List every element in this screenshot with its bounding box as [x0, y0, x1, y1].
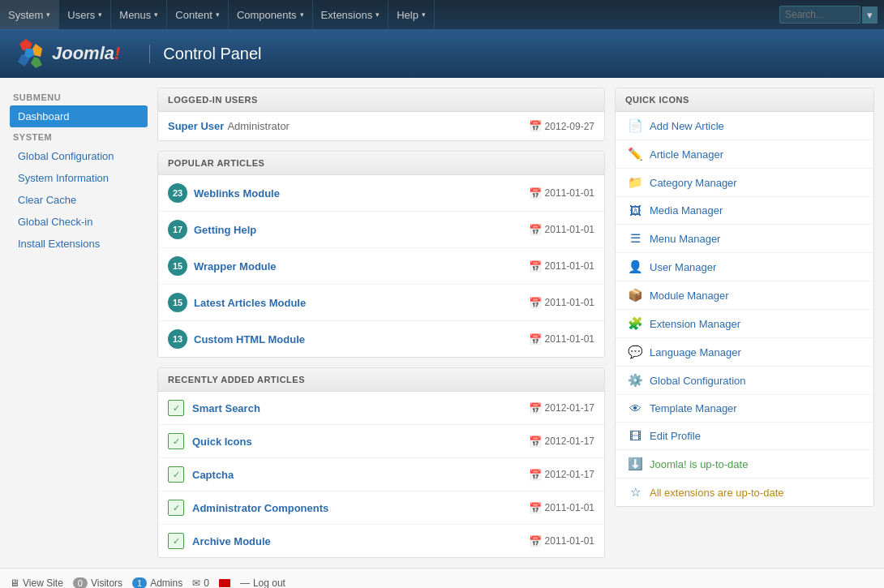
article-link[interactable]: Archive Module: [192, 535, 271, 547]
top-search-input[interactable]: [779, 6, 860, 24]
table-row: ✓ Captcha 📅 2012-01-17: [158, 458, 604, 491]
sidebar-item-clear-cache[interactable]: Clear Cache: [10, 189, 148, 211]
article-date: 📅 2012-01-17: [529, 469, 594, 481]
article-link[interactable]: Smart Search: [192, 402, 260, 414]
table-row: 15 Latest Articles Module 📅 2011-01-01: [158, 285, 604, 321]
qi-label: Module Manager: [650, 290, 729, 302]
nav-system-arrow: ▾: [46, 11, 50, 19]
sidebar-item-system-info[interactable]: System Information: [10, 167, 148, 189]
sidebar-item-global-checkin[interactable]: Global Check-in: [10, 211, 148, 233]
page-header: Joomla! Control Panel: [0, 29, 884, 78]
logo-text: Joomla!: [52, 43, 120, 64]
qi-user-manager[interactable]: 👤 User Manager: [616, 253, 873, 281]
doc-icon: 📄: [627, 118, 643, 133]
table-row: ✓ Administrator Components 📅 2011-01-01: [158, 491, 604, 525]
article-count-badge: 23: [168, 183, 187, 203]
nav-components[interactable]: Components ▾: [229, 0, 313, 29]
user-link[interactable]: Super User: [168, 120, 224, 132]
sidebar-item-dashboard[interactable]: Dashboard: [10, 105, 148, 127]
qi-label: All extensions are up-to-date: [650, 487, 783, 499]
top-search-button[interactable]: ▾: [862, 6, 878, 24]
qi-language-manager[interactable]: 💬 Language Manager: [616, 338, 873, 367]
qi-edit-profile[interactable]: 🎞 Edit Profile: [616, 423, 873, 450]
qi-global-configuration[interactable]: ⚙️ Global Configuration: [616, 367, 873, 395]
article-link[interactable]: Wrapper Module: [194, 260, 277, 273]
qi-add-new-article[interactable]: 📄 Add New Article: [616, 112, 873, 140]
article-link[interactable]: Latest Articles Module: [194, 297, 306, 309]
qi-label: Template Manager: [650, 402, 737, 414]
chat-icon: 💬: [627, 345, 643, 359]
check-icon: ✓: [168, 500, 184, 516]
article-date: 📅 2011-01-01: [529, 502, 594, 514]
puzzle-icon: 🧩: [627, 316, 643, 331]
sidebar: SUBMENU Dashboard SYSTEM Global Configur…: [10, 88, 148, 558]
flag-item: [219, 579, 230, 587]
nav-menus[interactable]: Menus ▾: [111, 0, 167, 29]
article-link[interactable]: Weblinks Module: [194, 187, 280, 200]
article-date: 📅 2011-01-01: [529, 333, 594, 346]
logged-in-users-panel: LOGGED-IN USERS Super User Administrator…: [157, 88, 605, 141]
nav-content[interactable]: Content ▾: [167, 0, 229, 29]
admin-count-badge: 1: [132, 577, 147, 589]
qi-label: Extension Manager: [650, 318, 740, 330]
main-container: SUBMENU Dashboard SYSTEM Global Configur…: [0, 78, 884, 568]
calendar-icon: 📅: [529, 333, 542, 346]
article-link[interactable]: Quick Icons: [192, 436, 252, 448]
recently-added-panel: RECENTLY ADDED ARTICLES ✓ Smart Search 📅…: [157, 367, 605, 558]
envelope-icon: ✉: [192, 577, 200, 589]
visitors-item: 0 Visitors: [73, 577, 122, 589]
table-row: 13 Custom HTML Module 📅 2011-01-01: [158, 321, 604, 357]
article-link[interactable]: Custom HTML Module: [194, 333, 305, 346]
qi-article-manager[interactable]: ✏️ Article Manager: [616, 140, 873, 169]
calendar-icon: 📅: [529, 120, 542, 132]
check-icon: ✓: [168, 400, 184, 416]
admins-item: 1 Admins: [132, 577, 182, 589]
article-link[interactable]: Getting Help: [194, 224, 256, 236]
qi-module-manager[interactable]: 📦 Module Manager: [616, 281, 873, 310]
check-icon: ✓: [168, 533, 184, 549]
calendar-icon: 📅: [529, 187, 542, 200]
joomla-logo-icon: [13, 37, 45, 70]
qi-extensions-update[interactable]: ☆ All extensions are up-to-date: [616, 479, 873, 506]
check-icon: ✓: [168, 466, 184, 483]
view-site-item: 🖥 View Site: [10, 577, 63, 589]
top-navigation: System ▾ Users ▾ Menus ▾ Content ▾ Compo…: [0, 0, 884, 29]
logo: Joomla!: [13, 37, 120, 70]
page-title: Control Panel: [149, 45, 261, 63]
article-link[interactable]: Captcha: [192, 469, 234, 481]
qi-joomla-update[interactable]: ⬇️ Joomla! is up-to-date: [616, 450, 873, 479]
star-icon: ☆: [627, 485, 643, 500]
table-row: Super User Administrator 📅 2012-09-27: [158, 112, 604, 140]
nav-menus-arrow: ▾: [154, 11, 158, 19]
article-link[interactable]: Administrator Components: [192, 502, 328, 514]
nav-content-arrow: ▾: [216, 11, 220, 19]
table-row: 15 Wrapper Module 📅 2011-01-01: [158, 248, 604, 285]
view-site-link[interactable]: View Site: [23, 577, 63, 589]
nav-users[interactable]: Users ▾: [59, 0, 111, 29]
nav-help-arrow: ▾: [422, 11, 426, 19]
download-icon: ⬇️: [627, 457, 643, 471]
article-date: 📅 2012-01-17: [529, 402, 594, 414]
sidebar-item-global-config[interactable]: Global Configuration: [10, 145, 148, 167]
nav-system[interactable]: System ▾: [0, 0, 59, 29]
article-date: 📅 2011-01-01: [529, 260, 594, 273]
calendar-icon: 📅: [529, 260, 542, 273]
article-date: 📅 2011-01-01: [529, 535, 594, 547]
nav-extensions[interactable]: Extensions ▾: [313, 0, 389, 29]
sidebar-item-install-extensions[interactable]: Install Extensions: [10, 233, 148, 255]
quick-icons-panel: QUICK ICONS 📄 Add New Article ✏️ Article…: [615, 88, 874, 507]
qi-extension-manager[interactable]: 🧩 Extension Manager: [616, 310, 873, 338]
qi-category-manager[interactable]: 📁 Category Manager: [616, 169, 873, 197]
logged-in-users-body: Super User Administrator 📅 2012-09-27: [158, 112, 604, 140]
qi-media-manager[interactable]: 🖼 Media Manager: [616, 197, 873, 225]
visitors-label: Visitors: [91, 577, 122, 589]
logout-link[interactable]: Log out: [253, 577, 285, 589]
user-role: Administrator: [227, 120, 290, 132]
qi-menu-manager[interactable]: ☰ Menu Manager: [616, 225, 873, 253]
nav-help[interactable]: Help ▾: [388, 0, 435, 29]
article-count-badge: 13: [168, 329, 187, 349]
user-icon: 👤: [627, 260, 643, 274]
qi-label: Edit Profile: [650, 430, 701, 442]
qi-template-manager[interactable]: 👁 Template Manager: [616, 395, 873, 423]
qi-label: Media Manager: [650, 204, 723, 217]
